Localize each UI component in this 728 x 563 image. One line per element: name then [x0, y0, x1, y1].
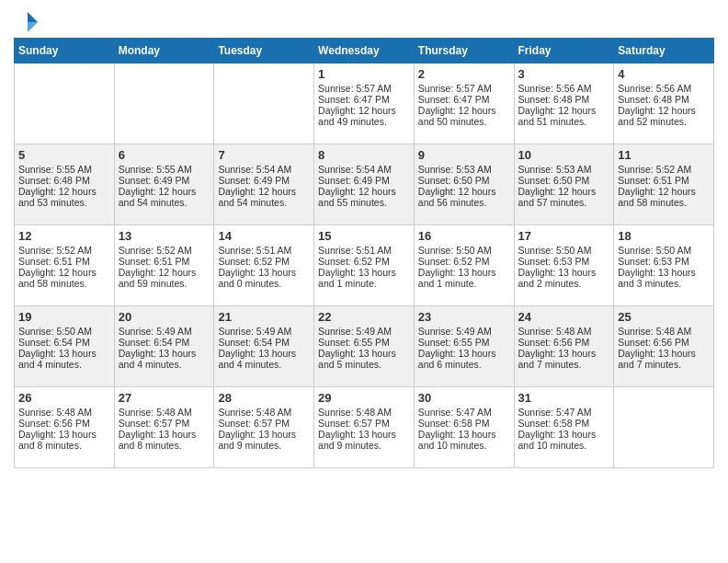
calendar-cell: 22Sunrise: 5:49 AMSunset: 6:55 PMDayligh…	[314, 306, 415, 387]
calendar-week-row: 5Sunrise: 5:55 AMSunset: 6:48 PMDaylight…	[15, 144, 714, 225]
sunrise-text: Sunrise: 5:48 AM	[119, 407, 210, 418]
page-header	[14, 14, 714, 29]
calendar-cell: 7Sunrise: 5:54 AMSunset: 6:49 PMDaylight…	[214, 144, 314, 225]
sunset-text: Sunset: 6:52 PM	[218, 256, 310, 267]
sunset-text: Sunset: 6:55 PM	[318, 337, 410, 348]
day-number: 31	[518, 391, 610, 405]
daylight-text: Daylight: 13 hours and 9 minutes.	[318, 429, 410, 451]
day-number: 11	[618, 148, 710, 162]
daylight-text: Daylight: 12 hours and 55 minutes.	[318, 186, 410, 208]
sunrise-text: Sunrise: 5:57 AM	[318, 83, 410, 94]
day-number: 2	[418, 67, 510, 81]
daylight-text: Daylight: 12 hours and 56 minutes.	[418, 186, 510, 208]
calendar-cell: 14Sunrise: 5:51 AMSunset: 6:52 PMDayligh…	[214, 225, 314, 306]
calendar-cell: 17Sunrise: 5:50 AMSunset: 6:53 PMDayligh…	[514, 225, 614, 306]
calendar-cell: 4Sunrise: 5:56 AMSunset: 6:48 PMDaylight…	[614, 63, 714, 144]
sunset-text: Sunset: 6:51 PM	[18, 256, 110, 267]
day-number: 17	[518, 229, 610, 243]
sunrise-text: Sunrise: 5:47 AM	[418, 407, 510, 418]
sunset-text: Sunset: 6:53 PM	[618, 256, 710, 267]
day-number: 13	[119, 229, 210, 243]
calendar-cell: 15Sunrise: 5:51 AMSunset: 6:52 PMDayligh…	[314, 225, 415, 306]
calendar-cell: 24Sunrise: 5:48 AMSunset: 6:56 PMDayligh…	[514, 306, 614, 387]
calendar-cell: 26Sunrise: 5:48 AMSunset: 6:56 PMDayligh…	[15, 387, 115, 468]
day-number: 5	[18, 148, 110, 162]
day-number: 26	[18, 391, 110, 405]
day-number: 9	[418, 148, 510, 162]
sunset-text: Sunset: 6:47 PM	[318, 94, 410, 105]
day-header-tuesday: Tuesday	[214, 39, 314, 63]
sunset-text: Sunset: 6:54 PM	[218, 337, 310, 348]
day-number: 7	[218, 148, 310, 162]
sunrise-text: Sunrise: 5:50 AM	[418, 245, 510, 256]
daylight-text: Daylight: 12 hours and 59 minutes.	[119, 267, 210, 289]
day-header-thursday: Thursday	[414, 39, 514, 63]
calendar-cell: 10Sunrise: 5:53 AMSunset: 6:50 PMDayligh…	[514, 144, 614, 225]
calendar-week-row: 19Sunrise: 5:50 AMSunset: 6:54 PMDayligh…	[15, 306, 714, 387]
sunrise-text: Sunrise: 5:50 AM	[618, 245, 710, 256]
day-number: 15	[318, 229, 410, 243]
calendar-cell: 18Sunrise: 5:50 AMSunset: 6:53 PMDayligh…	[614, 225, 714, 306]
sunrise-text: Sunrise: 5:56 AM	[618, 83, 710, 94]
sunrise-text: Sunrise: 5:49 AM	[318, 326, 410, 337]
calendar-cell: 1Sunrise: 5:57 AMSunset: 6:47 PMDaylight…	[314, 63, 415, 144]
logo-icon	[16, 10, 40, 34]
sunset-text: Sunset: 6:57 PM	[218, 418, 310, 429]
calendar-cell	[214, 63, 314, 144]
daylight-text: Daylight: 13 hours and 0 minutes.	[218, 267, 310, 289]
calendar-cell: 11Sunrise: 5:52 AMSunset: 6:51 PMDayligh…	[614, 144, 714, 225]
daylight-text: Daylight: 13 hours and 4 minutes.	[218, 348, 310, 370]
day-header-saturday: Saturday	[614, 39, 714, 63]
sunrise-text: Sunrise: 5:51 AM	[318, 245, 410, 256]
day-number: 8	[318, 148, 410, 162]
sunrise-text: Sunrise: 5:48 AM	[18, 407, 110, 418]
sunset-text: Sunset: 6:49 PM	[218, 175, 310, 186]
day-number: 4	[618, 67, 710, 81]
sunrise-text: Sunrise: 5:48 AM	[518, 326, 610, 337]
daylight-text: Daylight: 13 hours and 8 minutes.	[119, 429, 210, 451]
daylight-text: Daylight: 13 hours and 5 minutes.	[318, 348, 410, 370]
daylight-text: Daylight: 12 hours and 51 minutes.	[518, 105, 610, 127]
daylight-text: Daylight: 13 hours and 4 minutes.	[18, 348, 110, 370]
daylight-text: Daylight: 13 hours and 10 minutes.	[518, 429, 610, 451]
sunset-text: Sunset: 6:55 PM	[418, 337, 510, 348]
calendar-cell: 19Sunrise: 5:50 AMSunset: 6:54 PMDayligh…	[15, 306, 115, 387]
calendar-cell: 12Sunrise: 5:52 AMSunset: 6:51 PMDayligh…	[15, 225, 115, 306]
calendar-cell: 8Sunrise: 5:54 AMSunset: 6:49 PMDaylight…	[314, 144, 415, 225]
daylight-text: Daylight: 13 hours and 6 minutes.	[418, 348, 510, 370]
daylight-text: Daylight: 12 hours and 54 minutes.	[218, 186, 310, 208]
sunset-text: Sunset: 6:53 PM	[518, 256, 610, 267]
daylight-text: Daylight: 13 hours and 4 minutes.	[119, 348, 210, 370]
calendar-cell	[114, 63, 214, 144]
sunset-text: Sunset: 6:57 PM	[318, 418, 410, 429]
calendar-cell: 20Sunrise: 5:49 AMSunset: 6:54 PMDayligh…	[114, 306, 214, 387]
day-number: 28	[218, 391, 310, 405]
daylight-text: Daylight: 12 hours and 52 minutes.	[618, 105, 710, 127]
calendar-cell: 21Sunrise: 5:49 AMSunset: 6:54 PMDayligh…	[214, 306, 314, 387]
sunset-text: Sunset: 6:50 PM	[418, 175, 510, 186]
logo	[14, 14, 40, 29]
sunset-text: Sunset: 6:49 PM	[119, 175, 210, 186]
daylight-text: Daylight: 12 hours and 57 minutes.	[518, 186, 610, 208]
day-header-sunday: Sunday	[15, 39, 115, 63]
sunset-text: Sunset: 6:56 PM	[18, 418, 110, 429]
calendar-cell: 23Sunrise: 5:49 AMSunset: 6:55 PMDayligh…	[414, 306, 514, 387]
sunrise-text: Sunrise: 5:49 AM	[218, 326, 310, 337]
daylight-text: Daylight: 13 hours and 9 minutes.	[218, 429, 310, 451]
svg-marker-0	[28, 12, 38, 22]
day-number: 16	[418, 229, 510, 243]
day-number: 14	[218, 229, 310, 243]
daylight-text: Daylight: 13 hours and 10 minutes.	[418, 429, 510, 451]
calendar-cell: 29Sunrise: 5:48 AMSunset: 6:57 PMDayligh…	[314, 387, 415, 468]
sunset-text: Sunset: 6:58 PM	[518, 418, 610, 429]
day-number: 18	[618, 229, 710, 243]
daylight-text: Daylight: 12 hours and 50 minutes.	[418, 105, 510, 127]
calendar-table: SundayMondayTuesdayWednesdayThursdayFrid…	[14, 38, 714, 468]
sunset-text: Sunset: 6:56 PM	[518, 337, 610, 348]
daylight-text: Daylight: 12 hours and 58 minutes.	[18, 267, 110, 289]
sunset-text: Sunset: 6:56 PM	[618, 337, 710, 348]
sunset-text: Sunset: 6:54 PM	[119, 337, 210, 348]
calendar-cell	[15, 63, 115, 144]
calendar-cell: 31Sunrise: 5:47 AMSunset: 6:58 PMDayligh…	[514, 387, 614, 468]
daylight-text: Daylight: 13 hours and 7 minutes.	[618, 348, 710, 370]
